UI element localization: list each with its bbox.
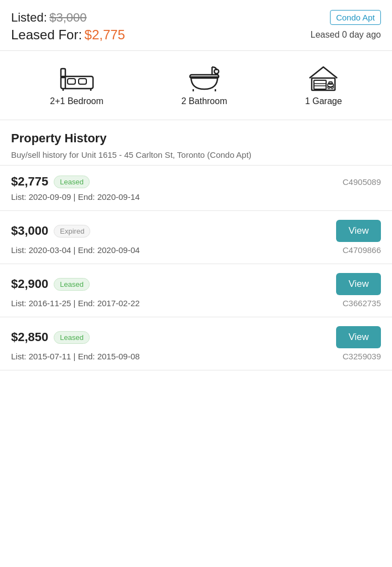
history-badge-2: Leased xyxy=(54,278,90,291)
svg-point-21 xyxy=(328,86,330,89)
feature-bathroom: 2 Bathroom xyxy=(182,64,228,106)
listed-label: Listed: xyxy=(11,11,47,24)
features-section: 2+1 Bedroom xyxy=(0,51,392,120)
feature-garage: 1 Garage xyxy=(305,64,342,106)
svg-rect-20 xyxy=(329,82,332,84)
mls-label-3: C3259039 xyxy=(343,352,381,361)
leased-ago-text: Leased 0 day ago xyxy=(311,30,381,40)
history-price-0: $2,775 xyxy=(11,174,48,189)
bedroom-label: 2+1 Bedroom xyxy=(50,96,104,106)
svg-line-12 xyxy=(218,74,218,75)
history-item-1: $3,000 Expired View List: 2020-03-04 | E… xyxy=(0,211,392,264)
leased-for-price: $2,775 xyxy=(85,27,125,42)
header-section: Listed: $3,000 Condo Apt Leased For: $2,… xyxy=(0,0,392,51)
svg-rect-4 xyxy=(68,79,75,84)
svg-point-9 xyxy=(214,69,219,74)
history-price-1: $3,000 xyxy=(11,224,48,238)
view-button-2[interactable]: View xyxy=(336,273,381,295)
feature-bedroom: 2+1 Bedroom xyxy=(50,64,104,106)
mls-label-1: C4709866 xyxy=(343,245,381,255)
bed-icon xyxy=(60,64,94,92)
listed-row: Listed: $3,000 xyxy=(11,11,87,25)
history-dates-0: List: 2020-09-09 | End: 2020-09-14 xyxy=(11,192,140,202)
history-badge-3: Leased xyxy=(54,331,90,344)
mls-0: C4905089 xyxy=(343,177,381,187)
property-history-header: Property History Buy/sell history for Un… xyxy=(0,120,392,166)
garage-label: 1 Garage xyxy=(305,96,342,106)
history-badge-1: Expired xyxy=(54,225,90,238)
svg-rect-5 xyxy=(79,79,86,84)
bathroom-label: 2 Bathroom xyxy=(182,96,228,106)
bath-icon xyxy=(188,64,221,92)
view-button-3[interactable]: View xyxy=(336,326,381,348)
history-badge-0: Leased xyxy=(54,176,90,188)
condo-badge[interactable]: Condo Apt xyxy=(330,10,381,25)
mls-label-2: C3662735 xyxy=(343,298,381,308)
history-dates-1: List: 2020-03-04 | End: 2020-09-04 xyxy=(11,245,140,255)
leased-for-row: Leased For: $2,775 xyxy=(11,27,125,43)
svg-line-10 xyxy=(215,74,215,75)
garage-icon xyxy=(307,64,340,92)
svg-rect-16 xyxy=(314,80,326,89)
history-subtitle: Buy/sell history for Unit 1615 - 45 Carl… xyxy=(11,149,381,161)
history-item-0: $2,775 Leased C4905089 List: 2020-09-09 … xyxy=(0,166,392,211)
history-list: $2,775 Leased C4905089 List: 2020-09-09 … xyxy=(0,166,392,370)
history-price-2: $2,900 xyxy=(11,277,48,291)
history-item-2: $2,900 Leased View List: 2016-11-25 | En… xyxy=(0,264,392,317)
history-dates-2: List: 2016-11-25 | End: 2017-02-22 xyxy=(11,298,140,308)
leased-for-label: Leased For: xyxy=(11,27,82,42)
view-button-1[interactable]: View xyxy=(336,220,381,242)
svg-point-22 xyxy=(331,86,333,89)
history-price-3: $2,850 xyxy=(11,330,48,344)
history-title: Property History xyxy=(11,131,381,146)
history-dates-3: List: 2015-07-11 | End: 2015-09-08 xyxy=(11,352,140,361)
history-item-3: $2,850 Leased View List: 2015-07-11 | En… xyxy=(0,317,392,370)
listed-price: $3,000 xyxy=(49,11,86,24)
